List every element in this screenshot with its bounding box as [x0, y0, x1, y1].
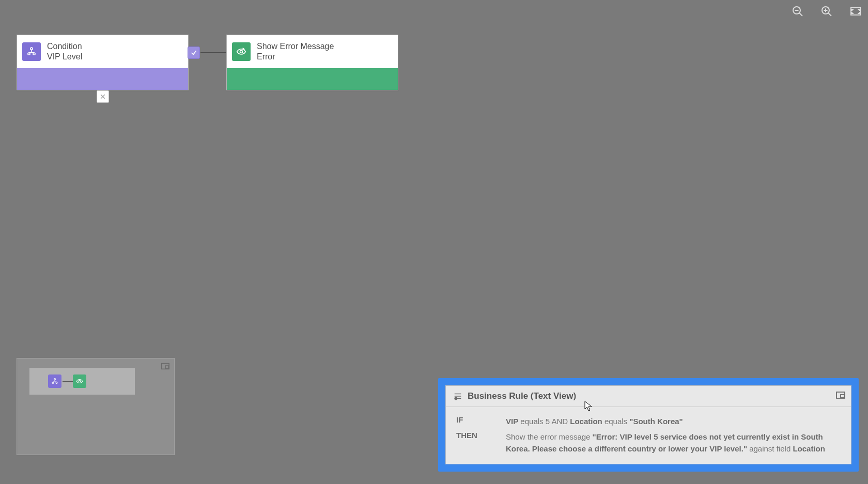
action-node[interactable]: Show Error Message Error	[226, 35, 398, 90]
fit-to-screen-button[interactable]	[848, 4, 863, 19]
if-expression: VIP equals 5 AND Location equals "South …	[506, 415, 841, 427]
svg-point-24	[52, 382, 54, 383]
svg-point-13	[33, 53, 35, 55]
true-branch-badge[interactable]	[188, 46, 200, 59]
svg-point-12	[28, 53, 30, 55]
svg-point-21	[54, 378, 56, 380]
textview-icon	[453, 392, 462, 401]
condition-node-title: Condition	[47, 41, 82, 52]
minimap-expand-button[interactable]	[161, 362, 170, 371]
condition-node[interactable]: Condition VIP Level	[17, 35, 189, 90]
action-node-footer	[227, 68, 398, 90]
action-node-header: Show Error Message Error	[227, 35, 398, 68]
textview-body: IF VIP equals 5 AND Location equals "Sou…	[446, 407, 851, 464]
zoom-in-button[interactable]	[819, 4, 834, 19]
svg-point-26	[79, 380, 81, 382]
minimap-panel[interactable]	[17, 358, 175, 455]
textview-header: Business Rule (Text View)	[446, 386, 851, 407]
minimap-connector	[63, 381, 73, 382]
textview-expand-button[interactable]	[835, 390, 846, 400]
textview-title: Business Rule (Text View)	[468, 391, 576, 401]
condition-node-footer	[17, 68, 188, 90]
if-keyword: IF	[456, 415, 506, 424]
svg-point-18	[240, 51, 243, 53]
zoom-out-button[interactable]	[791, 4, 805, 19]
condition-node-header: Condition VIP Level	[17, 35, 188, 68]
action-node-subtitle: Error	[257, 52, 334, 62]
action-node-title: Show Error Message	[257, 41, 334, 52]
condition-icon	[22, 42, 41, 61]
svg-line-4	[828, 13, 831, 16]
minimap-action-node	[73, 374, 86, 388]
false-branch-badge[interactable]	[97, 90, 109, 103]
svg-rect-32	[841, 395, 844, 398]
svg-rect-20	[165, 366, 168, 368]
svg-point-8	[30, 48, 33, 50]
svg-line-1	[799, 13, 802, 16]
condition-node-subtitle: VIP Level	[47, 52, 82, 62]
minimap-condition-node	[48, 374, 61, 388]
connector-line	[200, 52, 226, 53]
show-error-icon	[232, 42, 251, 61]
svg-point-25	[56, 382, 57, 383]
business-rule-text-view-panel[interactable]: Business Rule (Text View) IF VIP equals …	[445, 385, 851, 464]
then-expression: Show the error message "Error: VIP level…	[506, 431, 841, 455]
then-keyword: THEN	[456, 431, 506, 440]
textview-highlight-frame: Business Rule (Text View) IF VIP equals …	[438, 378, 859, 472]
canvas-top-controls	[791, 4, 863, 19]
